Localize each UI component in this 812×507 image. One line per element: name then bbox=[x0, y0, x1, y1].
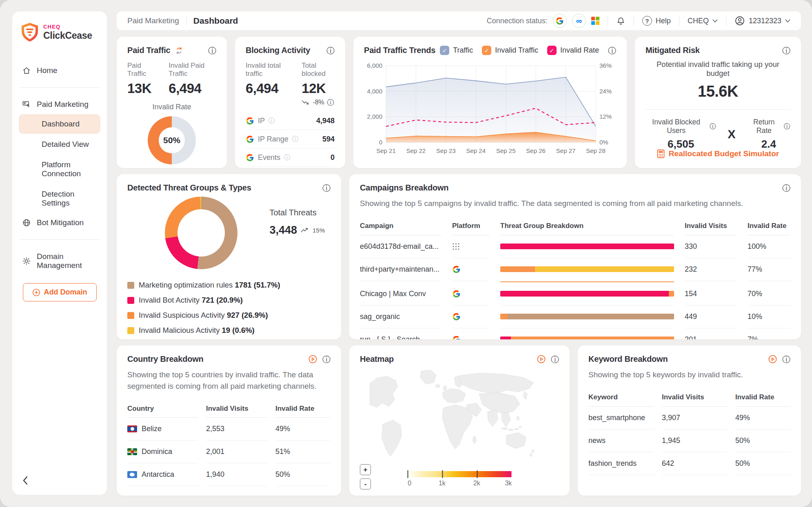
legend-item: Invalid Bot Activity 721 (20.9%) bbox=[127, 296, 331, 305]
invalid-visits: 330 bbox=[685, 235, 737, 258]
geo-row: Country Breakdown ⓘ Showing the top 5 co… bbox=[117, 345, 801, 496]
google-icon bbox=[246, 117, 254, 125]
world-map[interactable] bbox=[360, 368, 559, 463]
globe-icon bbox=[22, 218, 31, 227]
card-title: Keyword Breakdown bbox=[588, 354, 668, 364]
keyword-name: best_smartphone bbox=[588, 407, 654, 430]
invalid-rate: 70% bbox=[748, 283, 790, 306]
invalid-visits: 3,907 bbox=[662, 407, 727, 430]
sidebar-item-bot-mitigation[interactable]: Bot Mitigation bbox=[19, 213, 100, 232]
card-title: Campaigns Breakdown bbox=[360, 183, 448, 193]
play-circle-icon[interactable] bbox=[308, 354, 317, 364]
card-title: Heatmap bbox=[360, 354, 394, 364]
user-menu[interactable]: 12312323 bbox=[734, 15, 790, 26]
legend-traffic-checkbox[interactable]: ✓ Traffic bbox=[440, 46, 473, 55]
add-domain-button[interactable]: Add Domain bbox=[23, 283, 97, 301]
card-title: Paid Traffic Trends bbox=[364, 46, 435, 55]
bell-icon[interactable] bbox=[616, 16, 626, 26]
info-icon[interactable]: ⓘ bbox=[292, 136, 299, 142]
table-row: fashion_trends 642 50% bbox=[588, 452, 790, 475]
info-icon[interactable]: ⓘ bbox=[326, 46, 335, 55]
zoom-in-button[interactable]: + bbox=[360, 464, 371, 475]
info-icon[interactable]: ⓘ bbox=[710, 123, 716, 130]
info-icon[interactable]: ⓘ bbox=[208, 46, 216, 55]
reallocated-budget-simulator-link[interactable]: Reallocated Budget Simulator bbox=[635, 149, 801, 158]
meta-connection-icon[interactable]: ∞ bbox=[572, 14, 586, 28]
google-connection-icon[interactable] bbox=[553, 14, 567, 28]
svg-text:Sep 23: Sep 23 bbox=[436, 147, 456, 154]
info-icon[interactable]: ⓘ bbox=[327, 99, 334, 106]
refresh-icon[interactable] bbox=[175, 46, 184, 55]
sidebar-item-platform-connection[interactable]: Platform Connection bbox=[19, 155, 100, 184]
google-icon bbox=[452, 265, 461, 274]
calculator-icon bbox=[657, 149, 665, 158]
sidebar-collapse-button[interactable] bbox=[19, 476, 100, 487]
meta-icon: ∞ bbox=[576, 17, 582, 25]
country-name: Belize bbox=[142, 425, 162, 433]
svg-text:0%: 0% bbox=[599, 139, 608, 146]
info-icon[interactable]: ⓘ bbox=[784, 123, 790, 130]
countries-description: Showing the top 5 countries by invalid t… bbox=[127, 369, 331, 392]
card-title: Paid Traffic bbox=[127, 46, 170, 55]
google-icon bbox=[452, 335, 461, 339]
info-icon[interactable]: ⓘ bbox=[782, 46, 790, 55]
page-title: Dashboard bbox=[193, 16, 238, 26]
app-window: CHEQ ClickCease Home Paid Marketing Das bbox=[0, 0, 812, 507]
zoom-out-button[interactable]: - bbox=[360, 478, 371, 489]
blocking-row: ∞ Audiencesⓘ 6,505 bbox=[246, 167, 335, 168]
table-header: Country Invalid Visits Invalid Rate bbox=[127, 400, 331, 418]
breakdown-row: Detected Threat Groups & Types ⓘ Total T… bbox=[117, 174, 801, 339]
breadcrumb-section[interactable]: Paid Marketing bbox=[127, 16, 179, 25]
campaigns-breakdown-card: Campaigns Breakdown ⓘ Showing the top 5 … bbox=[349, 174, 801, 339]
info-icon[interactable]: ⓘ bbox=[608, 46, 616, 55]
legend-invalid-rate-checkbox[interactable]: ✓ Invalid Rate bbox=[547, 46, 599, 55]
sidebar-divider bbox=[20, 239, 100, 240]
info-icon[interactable]: ⓘ bbox=[551, 355, 559, 363]
legend-swatch bbox=[127, 297, 134, 304]
org-dropdown[interactable]: CHEQ bbox=[688, 17, 718, 25]
sidebar-item-domain-management[interactable]: Domain Management bbox=[19, 247, 100, 275]
blocking-activity-card: Blocking Activity ⓘ Invalid total traffi… bbox=[235, 37, 345, 168]
platform-icon bbox=[452, 235, 490, 258]
play-circle-icon[interactable] bbox=[768, 354, 777, 364]
svg-text:Sep 25: Sep 25 bbox=[496, 147, 516, 154]
chevron-down-icon bbox=[785, 19, 790, 23]
play-circle-icon[interactable] bbox=[537, 354, 546, 364]
sidebar-item-dashboard[interactable]: Dashboard bbox=[19, 114, 100, 134]
main-content: Paid Marketing Dashboard Connection stat… bbox=[117, 11, 801, 507]
microsoft-icon[interactable] bbox=[591, 17, 599, 25]
heatmap-controls: + - 0 1k 2k 3k bbox=[360, 464, 559, 489]
info-icon[interactable]: ⓘ bbox=[268, 117, 275, 124]
invalid-rate-donut: 50% bbox=[148, 116, 196, 164]
invalid-rate: 50% bbox=[735, 452, 790, 475]
google-icon bbox=[246, 153, 254, 162]
grid-dots-icon bbox=[452, 243, 460, 250]
sidebar-item-detection-settings[interactable]: Detection Settings bbox=[19, 184, 100, 213]
invalid-rate: 7% bbox=[748, 328, 790, 339]
stat-invalid-blocked-users: Invalid Blocked Users ⓘ 6,505 bbox=[646, 118, 716, 151]
sidebar-nav: Home Paid Marketing Dashboard Detailed V… bbox=[19, 61, 100, 301]
sidebar-item-home[interactable]: Home bbox=[19, 61, 100, 80]
legend-swatch bbox=[127, 327, 134, 334]
table-row: best_smartphone 3,907 49% bbox=[588, 407, 790, 430]
threat-breakdown-bar bbox=[500, 291, 674, 297]
sidebar-item-detailed-view[interactable]: Detailed View bbox=[19, 135, 100, 154]
chevron-down-icon bbox=[712, 19, 718, 23]
info-icon[interactable]: ⓘ bbox=[782, 184, 790, 192]
help-button[interactable]: ? Help bbox=[642, 16, 671, 26]
info-icon[interactable]: ⓘ bbox=[322, 184, 331, 192]
invalid-visits: 154 bbox=[685, 283, 737, 306]
google-icon bbox=[452, 290, 461, 298]
legend-invalid-traffic-checkbox[interactable]: ✓ Invalid Traffic bbox=[482, 46, 538, 55]
sidebar-item-paid-marketing[interactable]: Paid Marketing bbox=[19, 95, 100, 114]
invalid-rate: 100% bbox=[748, 235, 790, 258]
invalid-visits: 1,945 bbox=[662, 430, 727, 452]
connection-status-label: Connection status: bbox=[487, 17, 548, 25]
info-icon[interactable]: ⓘ bbox=[284, 154, 291, 161]
info-icon[interactable]: ⓘ bbox=[782, 355, 790, 363]
info-icon[interactable]: ⓘ bbox=[322, 355, 331, 363]
table-row: Belize 2,553 49% bbox=[127, 418, 331, 441]
invalid-visits: 642 bbox=[662, 452, 727, 475]
trend-up-icon bbox=[301, 228, 309, 233]
table-row: Dominica 2,001 51% bbox=[127, 441, 331, 463]
